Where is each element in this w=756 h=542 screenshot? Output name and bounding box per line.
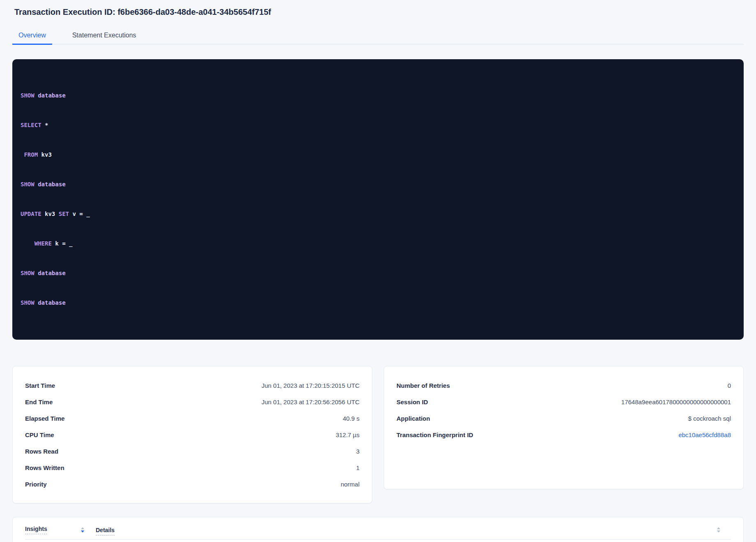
number-of-retries-label: Number of Retries — [396, 382, 450, 389]
transaction-fingerprint-label: Transaction Fingerprint ID — [396, 431, 473, 438]
elapsed-time-row: Elapsed Time 40.9 s — [25, 410, 360, 426]
number-of-retries-value: 0 — [728, 382, 731, 389]
priority-label: Priority — [25, 481, 47, 488]
details-header-label[interactable]: Details — [96, 527, 115, 535]
sql-keyword: database — [35, 181, 66, 188]
sql-line: SHOW database — [21, 179, 735, 189]
column-header-details: Details — [96, 526, 115, 534]
session-details-card: Number of Retries 0 Session ID 17648a9ee… — [384, 366, 744, 489]
tab-bar: Overview Statement Executions — [12, 32, 744, 44]
transaction-fingerprint-link[interactable]: ebc10ae56cfd88a8 — [678, 431, 731, 438]
sql-keyword: FROM — [21, 151, 38, 158]
tab-overview[interactable]: Overview — [12, 32, 52, 45]
rows-read-label: Rows Read — [25, 448, 58, 455]
tab-statement-executions[interactable]: Statement Executions — [66, 32, 143, 45]
rows-read-row: Rows Read 3 — [25, 443, 360, 459]
summary-cards-row: Start Time Jun 01, 2023 at 17:20:15:2015… — [12, 366, 744, 503]
sql-keyword: SHOW — [21, 270, 35, 276]
sql-keyword: SELECT — [21, 122, 41, 128]
sql-identifier: kv3 — [38, 151, 52, 158]
priority-row: Priority normal — [25, 476, 360, 492]
cpu-time-label: CPU Time — [25, 431, 54, 438]
sql-line: SHOW database — [21, 298, 735, 308]
sql-identifier: k = _ — [52, 240, 73, 247]
insight-row: High Contention Time Spent Waiting: 34.4… — [25, 540, 731, 542]
sql-line: SHOW database — [21, 90, 735, 100]
session-id-row: Session ID 17648a9eea6017800000000000000… — [396, 394, 731, 410]
sql-keyword: SET — [55, 211, 69, 217]
sql-keyword: UPDATE — [21, 211, 41, 217]
rows-written-label: Rows Written — [25, 464, 65, 471]
end-time-value: Jun 01, 2023 at 17:20:56:2056 UTC — [261, 398, 360, 405]
insights-header-label[interactable]: Insights — [25, 526, 47, 534]
application-label: Application — [396, 415, 430, 422]
sql-line: SHOW database — [21, 268, 735, 278]
sql-line: FROM kv3 — [21, 150, 735, 160]
priority-value: normal — [341, 481, 360, 488]
sort-icon[interactable] — [81, 527, 84, 533]
insights-table-header: Insights Details — [25, 526, 731, 534]
sql-identifier: v = _ — [69, 211, 90, 217]
start-time-value: Jun 01, 2023 at 17:20:15:2015 UTC — [261, 382, 360, 389]
transaction-details-page: Transaction Execution ID: f6be6366-da03-… — [0, 0, 756, 542]
sql-statements-box: SHOW database SELECT * FROM kv3 SHOW dat… — [12, 59, 744, 340]
cpu-time-value: 312.7 µs — [336, 431, 360, 438]
rows-written-value: 1 — [356, 464, 360, 471]
sql-identifier: kv3 — [41, 211, 55, 217]
start-time-row: Start Time Jun 01, 2023 at 17:20:15:2015… — [25, 377, 360, 394]
sort-icon[interactable] — [717, 527, 720, 533]
start-time-label: Start Time — [25, 382, 55, 389]
sql-identifier: * — [41, 122, 48, 128]
sql-line: UPDATE kv3 SET v = _ — [21, 209, 735, 219]
elapsed-time-value: 40.9 s — [343, 415, 360, 422]
sql-line: SELECT * — [21, 120, 735, 130]
end-time-row: End Time Jun 01, 2023 at 17:20:56:2056 U… — [25, 394, 360, 410]
elapsed-time-label: Elapsed Time — [25, 415, 65, 422]
session-id-label: Session ID — [396, 398, 428, 405]
execution-details-card: Start Time Jun 01, 2023 at 17:20:15:2015… — [12, 366, 372, 503]
cpu-time-row: CPU Time 312.7 µs — [25, 426, 360, 443]
rows-read-value: 3 — [356, 448, 360, 455]
sql-keyword: WHERE — [21, 240, 52, 247]
page-title: Transaction Execution ID: f6be6366-da03-… — [14, 7, 744, 17]
sql-keyword: SHOW — [21, 181, 35, 188]
end-time-label: End Time — [25, 398, 53, 405]
insights-table: Insights Details High Contention Time Sp… — [25, 526, 731, 542]
session-id-value: 17648a9eea6017800000000000000001 — [621, 398, 731, 405]
sql-keyword: SHOW — [21, 92, 35, 99]
transaction-fingerprint-row: Transaction Fingerprint ID ebc10ae56cfd8… — [396, 426, 731, 443]
sql-line: WHERE k = _ — [21, 239, 735, 248]
application-value: $ cockroach sql — [688, 415, 731, 422]
sql-keyword: SHOW — [21, 299, 35, 306]
column-header-insights: Insights — [25, 526, 96, 534]
sql-keyword: database — [35, 299, 66, 306]
sql-keyword: database — [35, 92, 66, 99]
sql-keyword: database — [35, 270, 66, 276]
insights-card: Insights Details High Contention Time Sp… — [12, 517, 744, 542]
application-row: Application $ cockroach sql — [396, 410, 731, 426]
rows-written-row: Rows Written 1 — [25, 459, 360, 476]
number-of-retries-row: Number of Retries 0 — [396, 377, 731, 394]
